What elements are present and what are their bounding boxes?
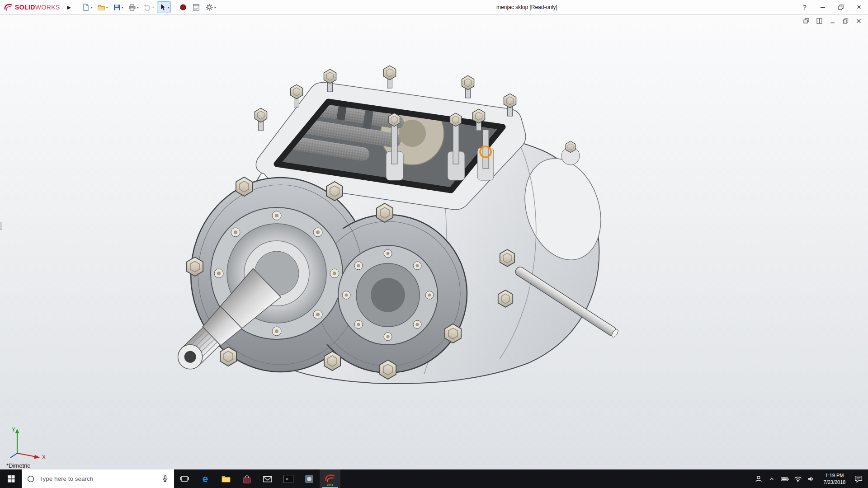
people-button[interactable] xyxy=(752,469,765,488)
start-button[interactable] xyxy=(0,469,22,488)
ds-swirl-icon xyxy=(4,3,13,12)
close-document-icon xyxy=(856,18,862,24)
macro-record-icon xyxy=(179,3,188,12)
pinned-apps: e >_ xyxy=(174,469,340,488)
window-controls: ? ─ × xyxy=(796,0,868,14)
menu-flyout-arrow[interactable]: ▶ xyxy=(65,5,74,10)
view-orientation-label: *Dimetric xyxy=(6,462,30,469)
undo-button[interactable]: ▾ xyxy=(142,1,156,13)
network-button[interactable] xyxy=(791,469,804,488)
taskbar-clock[interactable]: 1:19 PM 7/23/2018 xyxy=(817,469,852,488)
titlebar: SOLIDWORKS ▶ ▾ ▾ xyxy=(0,0,868,15)
pinned-app-icon xyxy=(304,474,315,484)
edge-icon: e xyxy=(203,474,208,484)
file-properties-button[interactable] xyxy=(190,1,202,13)
command-prompt-icon: >_ xyxy=(283,475,293,483)
action-center-icon xyxy=(854,474,863,484)
options-button[interactable]: ▾ xyxy=(203,1,217,13)
volume-button[interactable] xyxy=(804,469,817,488)
undo-icon xyxy=(143,3,152,12)
dropdown-caret[interactable]: ▾ xyxy=(122,5,123,9)
file-explorer-button[interactable] xyxy=(216,469,236,488)
options-gear-icon xyxy=(205,3,214,12)
help-button[interactable]: ? xyxy=(796,0,814,14)
file-explorer-icon xyxy=(221,474,231,484)
gearbox-model[interactable] xyxy=(0,15,868,469)
dropdown-caret[interactable]: ▾ xyxy=(168,5,170,9)
clock-date: 7/23/2018 xyxy=(824,479,846,485)
store-icon xyxy=(241,474,252,484)
restore-document-button[interactable] xyxy=(840,17,850,25)
new-document-button[interactable]: ▾ xyxy=(80,1,94,13)
cascade-windows-button[interactable] xyxy=(801,17,811,25)
file-properties-icon xyxy=(192,3,201,12)
solidworks-icon xyxy=(324,473,336,485)
tile-windows-button[interactable] xyxy=(814,17,824,25)
close-document-button[interactable] xyxy=(854,17,863,25)
action-center-button[interactable] xyxy=(852,469,865,488)
pinned-app-button[interactable] xyxy=(299,469,320,488)
minimize-document-button[interactable] xyxy=(827,17,837,25)
open-button[interactable]: ▾ xyxy=(95,1,109,13)
microphone-icon[interactable] xyxy=(160,474,170,484)
dropdown-caret[interactable]: ▾ xyxy=(214,5,216,9)
tile-windows-icon xyxy=(816,18,822,24)
print-icon xyxy=(127,3,137,12)
document-title: menjac sklop [Read-only] xyxy=(496,4,557,10)
task-view-icon xyxy=(179,474,190,484)
select-cursor-icon xyxy=(158,3,167,12)
show-desktop-button[interactable] xyxy=(865,469,868,488)
cascade-windows-icon xyxy=(803,18,809,24)
solidworks-year-badge: 2017 xyxy=(320,483,340,487)
new-document-icon xyxy=(81,3,90,12)
search-input[interactable] xyxy=(39,475,156,482)
orientation-triad: Y X xyxy=(4,425,49,460)
system-tray: 1:19 PM 7/23/2018 xyxy=(752,469,868,488)
wifi-icon xyxy=(793,474,803,484)
dropdown-caret[interactable]: ▾ xyxy=(152,5,154,9)
restore-document-icon xyxy=(843,18,849,24)
minimize-document-icon xyxy=(830,18,835,24)
open-folder-icon xyxy=(97,3,106,12)
solidworks-logo: SOLIDWORKS xyxy=(0,3,65,12)
dropdown-caret[interactable]: ▾ xyxy=(137,5,139,9)
select-button[interactable]: ▾ xyxy=(157,1,171,13)
windows-logo-icon xyxy=(7,475,15,483)
chevron-up-icon xyxy=(767,474,776,483)
command-prompt-button[interactable]: >_ xyxy=(278,469,299,488)
solidworks-app-button[interactable]: 2017 xyxy=(320,469,340,488)
battery-button[interactable] xyxy=(778,469,791,488)
mail-button[interactable] xyxy=(257,469,278,488)
side-port[interactable] xyxy=(338,245,438,345)
clock-time: 1:19 PM xyxy=(826,472,844,479)
pane-splitter-handle[interactable] xyxy=(0,222,2,230)
screen: SOLIDWORKS ▶ ▾ ▾ xyxy=(0,0,868,488)
dropdown-caret[interactable]: ▾ xyxy=(106,5,108,9)
cortana-icon xyxy=(26,474,36,484)
battery-icon xyxy=(780,474,790,484)
people-icon xyxy=(754,474,764,484)
speaker-icon xyxy=(806,474,816,484)
triad-y-label: Y xyxy=(12,427,15,433)
store-button[interactable] xyxy=(236,469,257,488)
graphics-area[interactable]: Y X *Dimetric xyxy=(0,15,868,469)
task-view-button[interactable] xyxy=(174,469,195,488)
restore-icon xyxy=(838,5,844,10)
dropdown-caret[interactable]: ▾ xyxy=(91,5,93,9)
quick-access-toolbar: ▾ ▾ ▾ xyxy=(80,1,217,13)
edge-button[interactable]: e xyxy=(195,469,216,488)
taskbar-search[interactable] xyxy=(22,469,174,488)
mail-icon xyxy=(262,474,273,484)
restore-button[interactable] xyxy=(832,0,850,14)
save-button[interactable]: ▾ xyxy=(111,1,125,13)
document-window-controls xyxy=(801,17,863,25)
macro-record-button[interactable] xyxy=(177,1,189,13)
close-button[interactable]: × xyxy=(850,0,868,14)
minimize-button[interactable]: ─ xyxy=(814,0,832,14)
triad-x-label: X xyxy=(42,454,46,460)
print-button[interactable]: ▾ xyxy=(126,1,140,13)
hidden-icons-button[interactable] xyxy=(765,469,778,488)
brand-text: SOLIDWORKS xyxy=(15,3,60,11)
taskbar: e >_ xyxy=(0,469,868,488)
save-icon xyxy=(112,3,121,12)
